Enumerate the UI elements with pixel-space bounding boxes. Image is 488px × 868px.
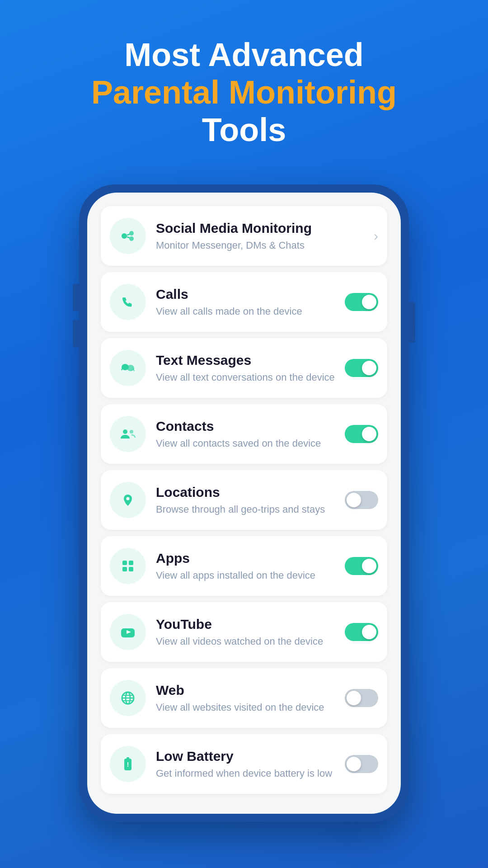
social-media-content: Social Media Monitoring Monitor Messenge… — [156, 219, 364, 253]
list-item-contacts[interactable]: Contacts View all contacts saved on the … — [101, 404, 387, 464]
apps-icon — [118, 556, 138, 576]
text-messages-toggle-knob — [362, 361, 376, 375]
social-media-icon — [118, 226, 138, 246]
calls-content: Calls View all calls made on the device — [156, 285, 335, 319]
calls-icon — [118, 292, 138, 312]
svg-point-7 — [127, 365, 134, 371]
svg-rect-13 — [122, 567, 127, 571]
calls-toggle[interactable] — [345, 293, 378, 311]
chevron-right-icon: › — [374, 228, 378, 244]
svg-point-3 — [129, 236, 134, 241]
list-item-web[interactable]: Web View all websites visited on the dev… — [101, 668, 387, 728]
list-item-locations[interactable]: Locations Browse through all geo-trips a… — [101, 470, 387, 530]
contacts-title: Contacts — [156, 417, 335, 435]
header-line3: Tools — [27, 111, 461, 149]
text-messages-subtitle: View all text conversations on the devic… — [156, 371, 335, 385]
list-item-low-battery[interactable]: ! Low Battery Get informed when device b… — [101, 734, 387, 794]
web-toggle-knob — [347, 691, 361, 705]
social-media-subtitle: Monitor Messenger, DMs & Chats — [156, 239, 364, 253]
list-item-apps[interactable]: Apps View all apps installed on the devi… — [101, 536, 387, 596]
side-button-vol-down — [73, 320, 79, 347]
web-toggle[interactable] — [345, 689, 378, 707]
features-list: Social Media Monitoring Monitor Messenge… — [87, 206, 401, 794]
text-messages-icon — [118, 358, 138, 378]
header-line2: Parental Monitoring — [27, 74, 461, 111]
youtube-toggle-knob — [362, 625, 376, 639]
svg-point-10 — [127, 497, 130, 500]
web-content: Web View all websites visited on the dev… — [156, 681, 335, 715]
calls-subtitle: View all calls made on the device — [156, 305, 335, 319]
web-icon-bg — [110, 680, 146, 716]
youtube-icon-bg — [110, 614, 146, 650]
social-media-title: Social Media Monitoring — [156, 219, 364, 237]
social-media-icon-bg — [110, 218, 146, 254]
text-messages-title: Text Messages — [156, 351, 335, 369]
low-battery-content: Low Battery Get informed when device bat… — [156, 747, 335, 781]
contacts-icon-bg — [110, 416, 146, 452]
svg-point-1 — [122, 233, 127, 239]
battery-icon-bg: ! — [110, 746, 146, 782]
low-battery-title: Low Battery — [156, 747, 335, 765]
contacts-toggle[interactable] — [345, 425, 378, 443]
svg-text:!: ! — [127, 761, 129, 768]
web-subtitle: View all websites visited on the device — [156, 701, 335, 715]
low-battery-subtitle: Get informed when device battery is low — [156, 767, 335, 781]
locations-toggle[interactable] — [345, 491, 378, 509]
list-item-social-media[interactable]: Social Media Monitoring Monitor Messenge… — [101, 206, 387, 266]
svg-point-9 — [130, 430, 133, 434]
calls-title: Calls — [156, 285, 335, 303]
apps-subtitle: View all apps installed on the device — [156, 569, 335, 583]
apps-toggle-knob — [362, 559, 376, 573]
battery-icon: ! — [118, 754, 138, 774]
list-item-calls[interactable]: Calls View all calls made on the device — [101, 272, 387, 332]
youtube-title: YouTube — [156, 615, 335, 633]
locations-icon-bg — [110, 482, 146, 518]
side-button-power — [409, 302, 415, 343]
calls-toggle-knob — [362, 295, 376, 309]
youtube-toggle[interactable] — [345, 623, 378, 641]
svg-rect-14 — [129, 567, 133, 571]
list-item-youtube[interactable]: YouTube View all videos watched on the d… — [101, 602, 387, 662]
low-battery-toggle-knob — [347, 757, 361, 771]
apps-toggle[interactable] — [345, 557, 378, 575]
side-button-vol-up — [73, 284, 79, 311]
low-battery-toggle[interactable] — [345, 755, 378, 773]
contacts-icon — [118, 424, 138, 444]
svg-rect-12 — [129, 561, 133, 565]
svg-point-8 — [123, 429, 127, 434]
apps-content: Apps View all apps installed on the devi… — [156, 549, 335, 583]
phone-screen: Social Media Monitoring Monitor Messenge… — [87, 193, 401, 814]
apps-title: Apps — [156, 549, 335, 567]
contacts-toggle-knob — [362, 427, 376, 441]
locations-content: Locations Browse through all geo-trips a… — [156, 483, 335, 517]
youtube-content: YouTube View all videos watched on the d… — [156, 615, 335, 649]
text-messages-content: Text Messages View all text conversation… — [156, 351, 335, 385]
header-line1: Most Advanced — [27, 36, 461, 74]
apps-icon-bg — [110, 548, 146, 584]
svg-point-2 — [129, 231, 134, 236]
svg-point-0 — [118, 226, 138, 246]
svg-rect-23 — [127, 757, 129, 759]
web-icon — [118, 688, 138, 708]
web-title: Web — [156, 681, 335, 699]
calls-icon-bg — [110, 284, 146, 320]
youtube-icon — [118, 622, 138, 642]
contacts-subtitle: View all contacts saved on the device — [156, 437, 335, 451]
svg-rect-11 — [122, 561, 127, 565]
text-messages-toggle[interactable] — [345, 359, 378, 377]
locations-icon — [118, 490, 138, 510]
locations-subtitle: Browse through all geo-trips and stays — [156, 503, 335, 517]
locations-toggle-knob — [347, 493, 361, 507]
phone-mockup: Social Media Monitoring Monitor Messenge… — [79, 184, 409, 822]
list-item-text-messages[interactable]: Text Messages View all text conversation… — [101, 338, 387, 398]
header-section: Most Advanced Parental Monitoring Tools — [0, 0, 488, 175]
youtube-subtitle: View all videos watched on the device — [156, 635, 335, 649]
contacts-content: Contacts View all contacts saved on the … — [156, 417, 335, 451]
locations-title: Locations — [156, 483, 335, 501]
text-messages-icon-bg — [110, 350, 146, 386]
